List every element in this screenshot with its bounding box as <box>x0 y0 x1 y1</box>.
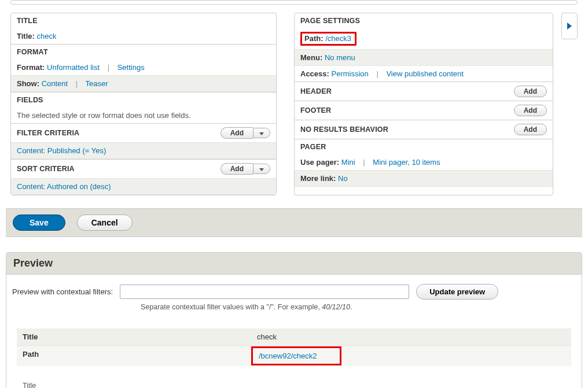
access-value-link[interactable]: Permission <box>332 69 369 78</box>
divider: | <box>370 69 384 78</box>
preview-block: Preview Preview with contextual filters:… <box>6 252 582 388</box>
show-label: Show: <box>17 79 39 88</box>
path-label: Path: <box>304 34 324 43</box>
divider: | <box>102 63 115 72</box>
section-title: TITLE <box>11 13 276 28</box>
divider: | <box>70 79 83 88</box>
pager-use-link[interactable]: Mini <box>341 158 355 167</box>
access-row: Access: Permission | View published cont… <box>295 66 553 82</box>
teaser-link[interactable]: Teaser <box>86 79 108 88</box>
cancel-button[interactable]: Cancel <box>77 215 133 231</box>
preview-bottom-title: Title <box>23 379 565 388</box>
pager-more-label: More link: <box>300 174 336 183</box>
preview-body: Preview with contextual filters: Update … <box>6 275 582 388</box>
section-pager: PAGER <box>295 139 553 154</box>
table-row: Path /bcnew92/check2 <box>17 345 571 366</box>
show-row: Show: Content | Teaser <box>11 75 276 92</box>
filter-add-dropdown[interactable] <box>253 128 270 138</box>
section-header: HEADER Add <box>295 82 553 101</box>
triangle-right-icon <box>567 23 572 29</box>
section-page-settings: PAGE SETTINGS <box>295 13 553 28</box>
show-link[interactable]: Content <box>42 79 68 88</box>
section-noresults-heading: NO RESULTS BEHAVIOR <box>300 125 388 134</box>
format-label: Format: <box>17 63 45 72</box>
table-path-label: Path <box>17 346 251 366</box>
save-button[interactable]: Save <box>13 215 65 231</box>
preview-table: Title check Path /bcnew92/check2 <box>17 328 571 366</box>
filter-add-button[interactable]: Add <box>220 127 253 139</box>
path-value-highlight: /bcnew92/check2 <box>251 346 341 365</box>
path-highlight: Path: /check3 <box>300 32 357 46</box>
title-label: Title: <box>17 32 35 40</box>
section-footer: FOOTER Add <box>295 101 553 120</box>
action-bar: Save Cancel <box>6 208 582 237</box>
top-bar-stub <box>10 0 578 5</box>
help-example: 40/12/10 <box>322 303 350 311</box>
section-header-heading: HEADER <box>300 87 332 95</box>
sort-add-dropdown[interactable] <box>253 164 270 174</box>
section-title-heading: TITLE <box>17 17 38 25</box>
sort-item: Content: Authored on (desc) <box>11 178 276 195</box>
section-format: FORMAT <box>11 44 276 60</box>
preview-filter-label: Preview with contextual filters: <box>12 287 113 296</box>
noresults-add-button[interactable]: Add <box>514 124 547 135</box>
table-title-label: Title <box>17 328 251 345</box>
menu-label: Menu: <box>300 53 322 62</box>
divider: | <box>357 158 370 167</box>
header-add-button[interactable]: Add <box>514 86 547 97</box>
help-text-c: . <box>350 303 352 311</box>
left-column: TITLE Title: check FORMAT Format: Unform… <box>10 13 277 195</box>
columns-wrap: TITLE Title: check FORMAT Format: Unform… <box>10 13 578 195</box>
section-noresults: NO RESULTS BEHAVIOR Add <box>295 120 553 139</box>
filter-add-group: Add <box>220 127 270 139</box>
expand-third-column[interactable] <box>561 13 578 39</box>
section-format-heading: FORMAT <box>17 48 48 56</box>
caret-down-icon <box>259 168 264 171</box>
table-row: Title check <box>17 328 571 345</box>
section-sort: SORT CRITERIA Add <box>11 159 276 178</box>
sort-add-group: Add <box>220 163 270 175</box>
section-fields: FIELDS <box>11 92 276 108</box>
pager-more-link[interactable]: No <box>338 174 348 183</box>
sort-item-link[interactable]: Content: Authored on (desc) <box>17 182 111 191</box>
filter-item-link[interactable]: Content: Published (= Yes) <box>17 146 106 155</box>
format-row: Format: Unformatted list | Settings <box>11 60 276 75</box>
update-preview-button[interactable]: Update preview <box>416 284 498 300</box>
access-published-link[interactable]: View published content <box>386 69 463 78</box>
title-row: Title: check <box>11 28 276 44</box>
section-pager-heading: PAGER <box>300 143 326 151</box>
pager-more-row: More link: No <box>295 170 553 187</box>
section-sort-heading: SORT CRITERIA <box>17 165 75 173</box>
right-column-wrap: PAGE SETTINGS Path: /check3 Menu: No men… <box>294 13 578 195</box>
section-footer-heading: FOOTER <box>300 106 331 114</box>
pager-items-link[interactable]: Mini pager, 10 items <box>373 158 440 167</box>
title-link[interactable]: check <box>36 32 56 40</box>
format-link[interactable]: Unformatted list <box>47 63 100 72</box>
section-page-heading: PAGE SETTINGS <box>300 17 360 25</box>
menu-row: Menu: No menu <box>295 49 553 66</box>
section-filter-heading: FILTER CRITERIA <box>17 129 79 137</box>
preview-path-link[interactable]: /bcnew92/check2 <box>259 352 317 360</box>
caret-down-icon <box>259 132 264 135</box>
menu-link[interactable]: No menu <box>325 53 355 62</box>
path-link[interactable]: /check3 <box>325 34 351 43</box>
section-filter: FILTER CRITERIA Add <box>11 123 276 142</box>
footer-add-button[interactable]: Add <box>514 105 547 116</box>
pager-use-label: Use pager: <box>300 158 339 167</box>
table-path-value: /bcnew92/check2 <box>251 346 571 366</box>
table-title-value: check <box>251 328 571 345</box>
pager-use-row: Use pager: Mini | Mini pager, 10 items <box>295 154 553 170</box>
preview-filter-help: Separate contextual filter values with a… <box>141 303 576 311</box>
right-column: PAGE SETTINGS Path: /check3 Menu: No men… <box>294 13 553 195</box>
preview-filter-row: Preview with contextual filters: Update … <box>12 284 576 300</box>
access-label: Access: <box>300 69 329 78</box>
sort-add-button[interactable]: Add <box>220 163 253 175</box>
help-text-a: Separate contextual filter values with a… <box>141 303 322 311</box>
section-fields-heading: FIELDS <box>17 96 43 104</box>
path-row: Path: /check3 <box>295 28 553 49</box>
fields-message: The selected style or row format does no… <box>11 108 276 123</box>
preview-heading: Preview <box>6 253 582 275</box>
contextual-filters-input[interactable] <box>120 284 409 299</box>
format-settings-link[interactable]: Settings <box>117 63 145 72</box>
filter-item: Content: Published (= Yes) <box>11 142 276 159</box>
